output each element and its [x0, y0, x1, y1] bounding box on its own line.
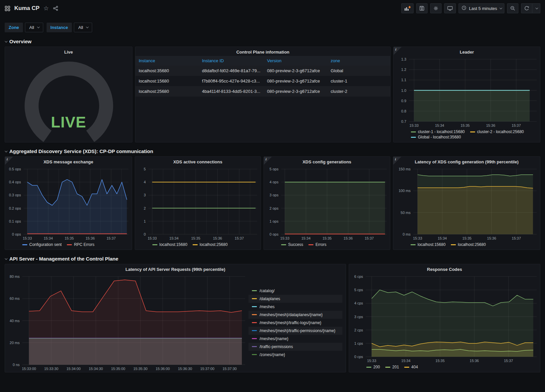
svg-text:2: 2 [144, 206, 146, 210]
zone-filter-dropdown[interactable]: All [25, 23, 43, 32]
svg-text:15:33: 15:33 [23, 236, 32, 240]
svg-text:15:35:30: 15:35:30 [133, 367, 148, 371]
table-cell: 080-preview-2-3-g6712afce [264, 86, 327, 97]
refresh-button[interactable] [521, 3, 532, 13]
legend-item[interactable]: 404 [404, 365, 418, 369]
dashboard-title[interactable]: Kuma CP [14, 5, 40, 12]
legend-item[interactable]: localhost:25680 [451, 242, 486, 247]
tv-mode-button[interactable] [444, 3, 456, 13]
settings-gear-button[interactable] [430, 3, 442, 13]
svg-text:0 ms: 0 ms [403, 232, 411, 236]
legend-item[interactable]: /meshes/{mesh}/dataplanes/{name} [249, 311, 342, 319]
column-header[interactable]: zone [327, 56, 390, 66]
svg-text:1.1: 1.1 [401, 78, 406, 82]
svg-text:4: 4 [144, 180, 146, 184]
star-icon[interactable]: ☆ [44, 5, 49, 12]
api-latency-chart[interactable]: 15:33:0015:33:3015:34:0015:34:3015:35:00… [5, 273, 249, 372]
svg-text:15:36: 15:36 [213, 236, 222, 240]
panel-title[interactable]: Latency of XDS config generation (99th p… [393, 157, 540, 166]
panel-title[interactable]: XDS config generations [264, 157, 390, 166]
panel-title[interactable]: Leader [394, 47, 540, 56]
svg-text:20 ms: 20 ms [10, 341, 20, 345]
legend-item[interactable]: /dataplanes [249, 295, 342, 303]
panel-title[interactable]: XDS message exchange [5, 157, 132, 166]
legend-item[interactable]: Configuration sent [22, 242, 62, 247]
save-dashboard-button[interactable] [416, 3, 428, 13]
svg-text:15:35: 15:35 [65, 236, 74, 240]
column-header[interactable]: Version [264, 56, 327, 66]
legend-label: cluster-1 - localhost:15680 [418, 129, 465, 134]
legend-label: cluster-2 - localhost:25680 [477, 129, 524, 134]
legend-label: 404 [411, 365, 418, 369]
xds-config-generations-chart[interactable]: 15:3315:3415:3515:3615:375 ops4 ops3 ops… [264, 166, 390, 242]
panel-title[interactable]: Live [5, 47, 132, 56]
svg-text:5 ops: 5 ops [270, 167, 278, 171]
legend-item[interactable]: /traffic-permissions [249, 343, 342, 351]
refresh-interval-button[interactable] [532, 3, 540, 13]
legend-label: 200 [373, 365, 380, 369]
series-color-dash [252, 346, 257, 347]
svg-text:15:36:30: 15:36:30 [178, 367, 192, 371]
legend-item[interactable]: Success [281, 242, 303, 247]
series-color-dash [22, 244, 27, 245]
api-latency-legend: /catalog//dataplanes/meshes/meshes/{mesh… [249, 273, 346, 372]
svg-text:15:33:00: 15:33:00 [22, 367, 36, 371]
zoom-out-button[interactable] [507, 3, 518, 13]
xds-message-exchange-chart[interactable]: 15:3315:3415:3515:3615:370.5 ops0.4 ops0… [5, 166, 132, 242]
svg-text:1.3: 1.3 [401, 57, 406, 61]
svg-text:15:37: 15:37 [365, 236, 374, 240]
section-overview[interactable]: Overview [0, 39, 545, 44]
legend-item[interactable]: localhost:15680 [152, 242, 187, 247]
panel-title[interactable]: XDS active connections [135, 157, 261, 166]
response-codes-chart[interactable]: 15:3315:3415:3515:3615:376 cps5 cps4 cps… [349, 273, 540, 364]
legend-item[interactable]: localhost:15680 [411, 242, 446, 247]
legend-item[interactable]: Errors [308, 242, 326, 247]
legend-item[interactable]: RPC Errors [67, 242, 94, 247]
legend-label: RPC Errors [74, 242, 94, 247]
legend-item[interactable]: /meshes [249, 303, 342, 311]
legend-item[interactable]: /meshes/{mesh}/traffic-permissions/{name… [249, 327, 342, 335]
share-icon[interactable] [53, 6, 58, 11]
legend-item[interactable]: localhost:25680 [193, 242, 228, 247]
info-icon[interactable] [264, 157, 272, 165]
panel-title[interactable]: Latency of API Server Requests (99th per… [5, 264, 346, 273]
instance-filter-dropdown[interactable]: All [74, 23, 92, 32]
series-color-dash [411, 137, 416, 138]
table-cell: f7b80ff4-95cc-427e-9428-c3... [199, 76, 264, 86]
section-api-server[interactable]: API Server - Management of the Control P… [0, 256, 545, 262]
info-icon[interactable] [394, 47, 402, 55]
legend-item[interactable]: 200 [366, 365, 380, 369]
apps-grid-icon[interactable] [5, 6, 10, 11]
panel-xds-config-generations: XDS config generations 15:3315:3415:3515… [264, 156, 390, 250]
legend-item[interactable]: /meshes/{name} [249, 335, 342, 343]
legend-label: /meshes [260, 304, 274, 309]
legend-item[interactable]: /meshes/{mesh}/traffic-logs/{name} [249, 319, 342, 327]
svg-text:15:34: 15:34 [301, 236, 311, 240]
panel-title[interactable]: Response Codes [349, 264, 540, 273]
xds-latency-chart[interactable]: 15:3315:3415:3515:3615:37150 ms100 ms50 … [393, 166, 540, 242]
leader-chart[interactable]: 15:3315:3415:3515:3615:371.31.21.11.00.9… [394, 56, 540, 129]
column-header[interactable]: Instance ID [199, 56, 264, 66]
xds-active-connections-chart[interactable]: 15:3315:3415:3515:3615:37543210 [135, 166, 261, 242]
legend-label: Errors [315, 242, 326, 247]
info-icon[interactable] [393, 157, 401, 165]
svg-text:6 cps: 6 cps [354, 275, 363, 279]
column-header[interactable]: Instance [135, 56, 199, 66]
svg-text:15:33:30: 15:33:30 [44, 367, 59, 371]
section-xds[interactable]: Aggregated Discovery Service (XDS): CP-D… [0, 148, 545, 154]
info-icon[interactable] [5, 157, 13, 165]
legend-item[interactable]: /zones/{name} [249, 351, 342, 359]
add-panel-button[interactable] [401, 3, 414, 13]
legend-item[interactable]: Global - localhost:35680 [411, 135, 461, 139]
series-color-dash [366, 367, 371, 368]
leader-legend: cluster-1 - localhost:15680cluster-2 - l… [394, 129, 540, 142]
svg-text:15:33: 15:33 [148, 236, 157, 240]
svg-text:15:36:00: 15:36:00 [156, 367, 170, 371]
panel-title[interactable]: Control Plane information [135, 47, 390, 56]
time-range-picker[interactable]: Last 5 minutes [458, 3, 504, 13]
legend-item[interactable]: /catalog/ [249, 287, 342, 295]
legend-item[interactable]: cluster-1 - localhost:15680 [411, 129, 465, 134]
legend-item[interactable]: cluster-2 - localhost:25680 [470, 129, 524, 134]
svg-text:15:37: 15:37 [512, 236, 521, 240]
legend-item[interactable]: 201 [385, 365, 399, 369]
